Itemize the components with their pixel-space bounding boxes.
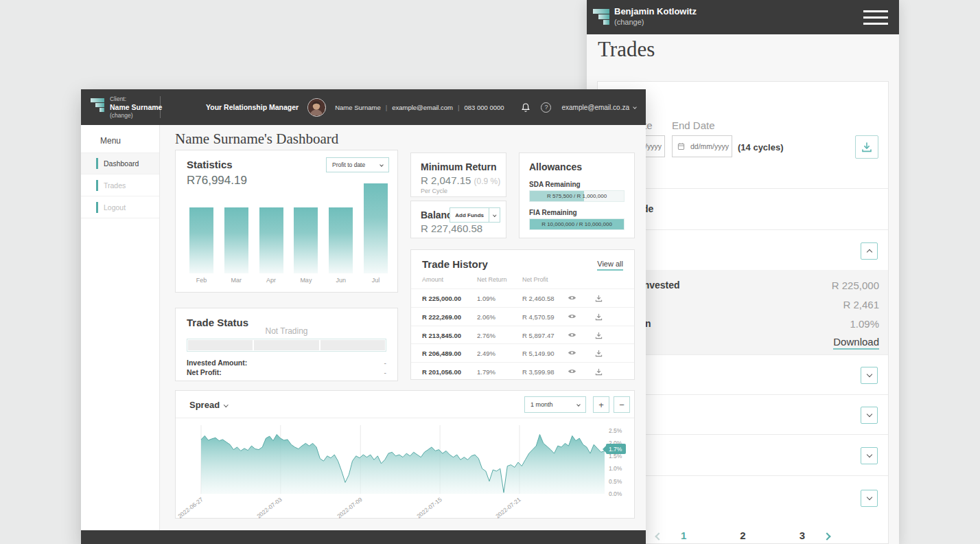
spread-x-tick: 2022-07-15 [415, 496, 443, 520]
net-profit-cell: R 3,599.98 [522, 368, 554, 376]
dashboard-content: Name Surname's Dashboard Statistics Prof… [160, 125, 646, 530]
download-trades-button[interactable] [855, 135, 878, 159]
client-name: Benjamin Kotlowitz [614, 6, 697, 16]
end-date-field[interactable] [690, 136, 732, 157]
account-menu[interactable]: example@email.co.za [561, 104, 636, 111]
dashboard-window: Client: Name Surname (change) Your Relat… [81, 89, 646, 544]
download-trade-icon[interactable] [595, 332, 603, 341]
download-icon [861, 141, 872, 152]
cycles-count: (14 cycles) [738, 142, 784, 152]
zoom-out-button[interactable]: − [614, 396, 630, 413]
add-funds-button[interactable]: Add Funds [450, 207, 500, 223]
trade-status-progress [187, 339, 386, 352]
trade-history-card: Trade History View all Amount Net Return… [410, 249, 635, 380]
statistics-filter-select[interactable]: Profit to date [326, 157, 389, 172]
view-trade-icon[interactable] [568, 295, 576, 302]
allowances-card: Allowances SDA Remaining R 575,500 / R 1… [519, 152, 635, 238]
bar-may: May [294, 178, 318, 286]
zoom-in-button[interactable]: + [593, 396, 609, 413]
hamburger-menu-icon[interactable] [863, 10, 888, 29]
net-profit-cell: R 2,460.58 [522, 295, 554, 302]
column-amount: Amount [422, 276, 443, 283]
chevron-down-icon [493, 214, 496, 217]
download-trade-icon[interactable] [595, 368, 603, 377]
expand-button[interactable] [861, 367, 878, 384]
trade-history-title: Trade History [422, 258, 488, 270]
amount-cell: R 213,845.00 [422, 332, 461, 339]
view-trade-icon[interactable] [568, 313, 576, 321]
pagination-page-2[interactable]: 2 [740, 530, 745, 541]
chevron-down-icon [633, 105, 637, 109]
download-trade-icon[interactable] [595, 350, 603, 359]
pagination-page-3[interactable]: 3 [800, 530, 805, 541]
column-net-profit: Net Profit [522, 276, 548, 283]
expand-button[interactable] [861, 447, 878, 464]
bell-icon[interactable] [521, 102, 530, 113]
change-client-link[interactable]: (change) [614, 18, 644, 26]
view-trade-icon[interactable] [568, 350, 576, 357]
accent-bar [96, 158, 98, 169]
statistics-filter-value: Profit to date [332, 161, 365, 168]
chevron-down-icon [866, 495, 872, 500]
add-funds-dropdown[interactable] [489, 208, 500, 222]
trade-status-card: Trade Status Not Trading Invested Amount… [175, 308, 398, 381]
change-client-link[interactable]: (change) [110, 111, 162, 120]
pagination-next[interactable] [824, 530, 830, 541]
spread-range-select[interactable]: 1 month [524, 396, 586, 413]
minimum-return-title: Minimum Return [421, 161, 496, 172]
statistics-card: Statistics Profit to date R76,994.19 Feb… [175, 150, 398, 293]
pagination: 123 [656, 525, 830, 544]
bar-jun: Jun [329, 178, 353, 286]
net-return-cell: 1.09% [477, 295, 495, 302]
dashboard-footer [81, 530, 646, 544]
dashboard-header: Client: Name Surname (change) Your Relat… [81, 89, 646, 125]
separator: | [458, 104, 459, 111]
sidebar-item-logout[interactable]: Logout [81, 196, 159, 218]
end-date-input[interactable] [672, 135, 732, 157]
rm-email: example@email.com [392, 104, 453, 111]
spread-y-tick: 1.0% [609, 465, 622, 472]
header-actions: ? example@email.co.za [521, 89, 636, 125]
spread-range-value: 1 month [530, 401, 553, 408]
download-statement-link[interactable]: Download [833, 336, 879, 350]
download-trade-icon[interactable] [595, 295, 603, 304]
trade-history-row: R 201,056.001.79%R 3,599.98 [411, 362, 634, 381]
brand-logo [593, 9, 609, 25]
expand-button[interactable] [861, 407, 878, 424]
expand-button[interactable] [861, 490, 878, 507]
page: Benjamin Kotlowitz (change) Trades Start… [0, 0, 980, 544]
pagination-prev[interactable] [656, 530, 662, 541]
minimum-return-value: R 2,047.15 [421, 174, 471, 186]
net-return-cell: 2.49% [477, 350, 495, 357]
spread-y-tick: 0.0% [609, 490, 622, 497]
sidebar-item-dashboard[interactable]: Dashboard [81, 152, 159, 174]
bar-apr: Apr [259, 178, 283, 286]
spread-y-tick: 2.5% [609, 427, 622, 434]
fia-progress-bar: R 10,000,000 / R 10,000,000 [529, 218, 625, 230]
invested-amount-value: - [384, 359, 387, 367]
fia-label: FIA Remaining [529, 209, 577, 216]
bar-feb: Feb [189, 178, 213, 286]
amount-cell: R 201,056.00 [422, 368, 461, 376]
view-all-link[interactable]: View all [597, 260, 623, 271]
trade-history-row: R 222,269.002.06%R 4,570.59 [411, 307, 634, 326]
help-icon[interactable]: ? [541, 102, 551, 113]
collapse-button[interactable] [861, 242, 878, 260]
spread-dropdown[interactable]: Spread [189, 400, 228, 410]
header-divider [160, 96, 161, 118]
spread-card: Spread 1 month + − [175, 390, 635, 519]
separator: | [386, 104, 387, 111]
pagination-page-1[interactable]: 1 [681, 530, 686, 541]
sidebar-item-trades[interactable]: Trades [81, 174, 159, 196]
download-trade-icon[interactable] [595, 313, 603, 322]
column-net-return: Net Return [477, 276, 507, 283]
view-trade-icon[interactable] [568, 368, 576, 376]
net-profit-cell: R 5,897.47 [522, 332, 554, 339]
chevron-down-icon [866, 452, 872, 457]
net-return-cell: 2.06% [477, 313, 495, 321]
minimum-return-period: Per Cycle [421, 188, 447, 194]
view-trade-icon[interactable] [568, 332, 576, 339]
net-profit-cell: R 4,570.59 [522, 313, 554, 321]
bar-mar: Mar [224, 178, 248, 286]
bar-axis-label: Mar [231, 277, 242, 286]
